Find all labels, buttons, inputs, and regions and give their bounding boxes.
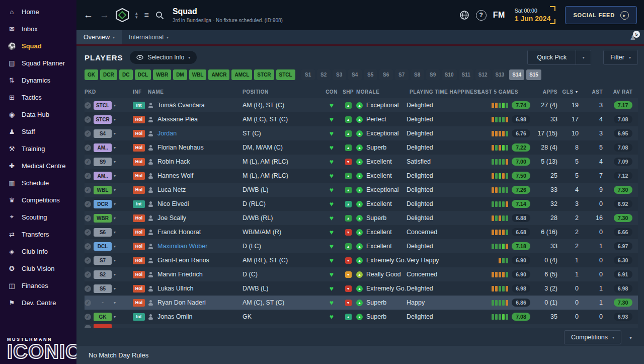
player-name[interactable]: Florian Neuhaus: [157, 144, 204, 151]
position-filter-stcr[interactable]: STCR: [254, 69, 274, 80]
column-header-con[interactable]: CON: [323, 89, 340, 95]
selection-info-dropdown[interactable]: Selection Info ▾: [130, 51, 197, 64]
pkd-badge[interactable]: S6: [94, 228, 112, 237]
position-filter-dc[interactable]: DC: [119, 69, 133, 80]
column-header-pkd[interactable]: PKD: [85, 89, 133, 95]
pkd-badge[interactable]: AM..: [94, 172, 112, 180]
player-row[interactable]: ✓DCR▾IntNico ElvediD (RLC)♥▴▲ExcellentDe…: [85, 197, 638, 211]
position-filter-wbr[interactable]: WBR: [153, 69, 171, 80]
player-name[interactable]: Jordan: [157, 130, 177, 137]
player-name[interactable]: Lukas Ullrich: [157, 285, 194, 292]
player-row[interactable]: ✓S2▾HolMarvin FriedrichD (C)♥▾▲Really Go…: [85, 267, 638, 281]
position-filter-s5[interactable]: S5: [364, 69, 377, 80]
pkd-dropdown-icon[interactable]: ▾: [114, 103, 116, 108]
sidebar-item-club-vision[interactable]: ✪Club Vision: [0, 260, 76, 277]
sidebar-item-finances[interactable]: ◫Finances: [0, 277, 76, 294]
position-filter-s4[interactable]: S4: [348, 69, 362, 80]
quick-pick-button[interactable]: Quick Pick ▾: [527, 50, 591, 65]
row-check-icon[interactable]: ✓: [85, 271, 91, 278]
pkd-dropdown-icon[interactable]: ▾: [114, 131, 116, 136]
position-filter-s8[interactable]: S8: [411, 69, 424, 80]
player-name[interactable]: Hannes Wolf: [157, 172, 193, 179]
tab-overview[interactable]: Overview ▾: [76, 30, 122, 44]
pkd-badge[interactable]: AM..: [94, 143, 112, 152]
back-arrow-icon[interactable]: ←: [84, 10, 93, 21]
player-name[interactable]: Grant-Leon Ranos: [157, 257, 209, 264]
sidebar-item-inbox[interactable]: ✉Inbox: [0, 20, 76, 37]
pkd-dropdown-icon[interactable]: ▾: [114, 117, 116, 122]
player-row[interactable]: ✓WBR▾HolJoe ScallyD/WB (RL)♥▴▲SuperbDeli…: [85, 211, 638, 225]
player-name[interactable]: Ryan Don Naderi: [157, 299, 206, 306]
sidebar-item-squad-planner[interactable]: ▤Squad Planner: [0, 54, 76, 71]
position-filter-wbl[interactable]: WBL: [189, 69, 207, 80]
pkd-dropdown-icon[interactable]: ▾: [114, 202, 116, 206]
player-name[interactable]: Luca Netz: [157, 186, 186, 193]
sidebar-item-staff[interactable]: ♟Staff: [0, 123, 76, 140]
pkd-badge[interactable]: S7: [94, 256, 112, 265]
row-check-icon[interactable]: ✓: [85, 257, 91, 264]
pkd-badge[interactable]: DCR: [94, 200, 112, 208]
row-check-icon[interactable]: ✓: [85, 130, 91, 137]
pkd-dropdown-icon[interactable]: ▾: [114, 315, 116, 319]
column-header-name[interactable]: NAME: [148, 89, 243, 95]
sidebar-item-tactics[interactable]: ⊞Tactics: [0, 89, 76, 106]
position-filter-s10[interactable]: S10: [442, 69, 457, 80]
position-filter-stcl[interactable]: STCL: [276, 69, 295, 80]
forward-arrow-icon[interactable]: →: [100, 10, 109, 21]
player-row[interactable]: ✓STCL▾IntTomáš ČvančaraAM (R), ST (C)♥▴▲…: [85, 98, 638, 112]
quick-pick-chevron[interactable]: ▾: [576, 50, 591, 64]
sidebar-item-schedule[interactable]: ▦Schedule: [0, 174, 76, 191]
row-check-icon[interactable]: ✓: [85, 173, 91, 179]
position-filter-amcr[interactable]: AMCR: [208, 69, 229, 80]
player-row[interactable]: ✓S9▾HolRobin HackM (L), AM (RLC)♥▾▲Excel…: [85, 155, 638, 169]
sidebar-item-competitions[interactable]: ♛Competitions: [0, 191, 76, 208]
row-check-icon[interactable]: ✓: [85, 300, 91, 306]
filter-button[interactable]: Filter ▾: [603, 50, 638, 65]
pkd-dropdown-icon[interactable]: ▾: [114, 160, 116, 164]
position-filter-s9[interactable]: S9: [426, 69, 440, 80]
player-name[interactable]: Marvin Friedrich: [157, 271, 203, 278]
help-icon[interactable]: ?: [476, 10, 487, 21]
pkd-dropdown-icon[interactable]: ▾: [114, 244, 116, 249]
player-name[interactable]: Franck Honorat: [157, 229, 201, 236]
pkd-badge[interactable]: S9: [94, 158, 112, 166]
player-name[interactable]: Robin Hack: [157, 158, 190, 165]
column-header-gls[interactable]: GLS ▼: [562, 89, 584, 95]
pkd-dropdown-icon[interactable]: ▾: [114, 272, 116, 277]
position-filter-gk[interactable]: GK: [85, 69, 98, 80]
player-row[interactable]: ✓-▾HolRyan Don NaderiAM (C), ST (C)♥▾▲Su…: [85, 296, 638, 310]
player-row[interactable]: ✓S6▾HolFranck HonoratWB/M/AM (R)♥▾▲Excel…: [85, 225, 638, 239]
row-check-icon[interactable]: ✓: [85, 116, 91, 123]
collapse-chevron-icon[interactable]: ▾: [626, 335, 635, 340]
menu-icon[interactable]: ≡: [144, 11, 149, 20]
sidebar-item-data-hub[interactable]: ◉Data Hub: [0, 106, 76, 123]
position-filter-s2[interactable]: S2: [317, 69, 331, 80]
column-header-apps[interactable]: APPS: [534, 89, 562, 95]
pkd-badge[interactable]: STCR: [94, 115, 112, 124]
sidebar-item-transfers[interactable]: ⇄Transfers: [0, 226, 76, 243]
player-row[interactable]: ✓S7▾HolGrant-Leon RanosAM (RL), ST (C)♥▾…: [85, 253, 638, 267]
pkd-dropdown-icon[interactable]: ▾: [114, 230, 116, 235]
player-name[interactable]: Alassane Pléa: [157, 116, 198, 123]
search-icon[interactable]: [155, 11, 164, 20]
sidebar-item-home[interactable]: ⌂Home: [0, 3, 76, 20]
column-header-last5[interactable]: LAST 5 GAMES: [475, 89, 534, 95]
position-filter-dcl[interactable]: DCL: [135, 69, 151, 80]
sidebar-item-training[interactable]: ⚒Training: [0, 140, 76, 157]
column-header-inf[interactable]: INF: [133, 89, 148, 95]
pkd-badge[interactable]: WBL: [94, 186, 112, 194]
player-name[interactable]: Nico Elvedi: [157, 200, 189, 207]
position-filter-s12[interactable]: S12: [475, 69, 491, 80]
social-feed-button[interactable]: SOCIAL FEED ▶: [565, 6, 637, 24]
pkd-badge[interactable]: GK: [94, 313, 112, 321]
player-name[interactable]: Joe Scally: [157, 214, 186, 222]
player-row[interactable]: ✓GK▾IntJonas OmlinGK♥▴▲SuperbDelighted7.…: [85, 310, 638, 324]
position-filter-dm[interactable]: DM: [173, 69, 187, 80]
row-check-icon[interactable]: ✓: [85, 285, 91, 292]
player-name[interactable]: Maximilian Wöber: [157, 243, 207, 250]
sidebar-item-scouting[interactable]: ⌖Scouting: [0, 208, 76, 226]
pkd-dropdown-icon[interactable]: ▾: [114, 174, 116, 178]
player-row[interactable]: ✓S4▾HolJordanST (C)♥▴▲ExceptionalDelight…: [85, 126, 638, 140]
pkd-dropdown-icon[interactable]: ▾: [114, 258, 116, 263]
row-check-icon[interactable]: ✓: [85, 243, 91, 250]
